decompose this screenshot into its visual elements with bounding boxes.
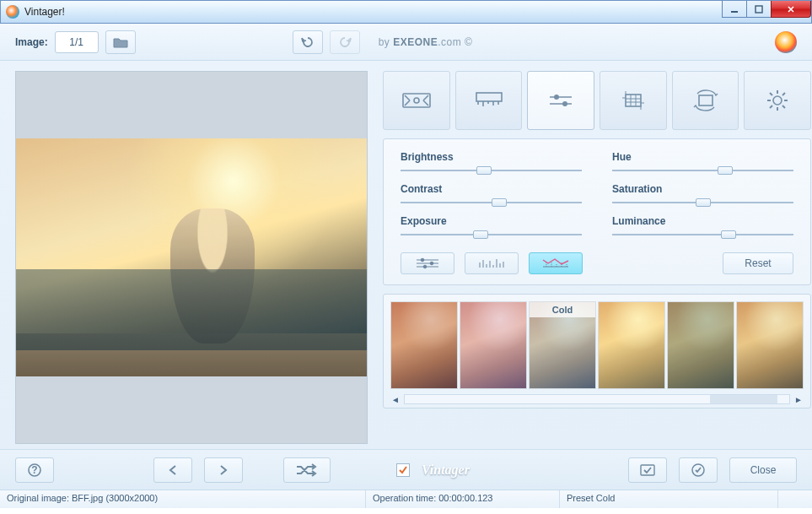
svg-rect-7 [626,95,641,106]
titlebar: Vintager! [0,0,812,24]
adjust-subrow: Reset [401,252,793,274]
watermark-checkbox[interactable] [396,463,410,477]
preset-label: Cold [530,302,595,317]
saturation-slider[interactable] [612,198,793,207]
slider-luminance: Luminance [612,215,793,239]
reset-button[interactable]: Reset [723,252,793,274]
toolbar: Image: 1/1 by EXEONE.com © [0,24,812,61]
preset-scrollbar[interactable]: ◄ ► [390,392,804,406]
status-preset: Preset Cold [560,490,778,508]
scroll-right-icon[interactable]: ► [793,395,804,404]
status-bar: Original image: BFF.jpg (3000x2000) Oper… [0,490,812,508]
tool-tabs [383,71,811,130]
tab-effects[interactable] [383,71,450,130]
mode-sliders-button[interactable] [401,252,454,274]
svg-point-6 [563,102,567,106]
minimize-button[interactable] [722,1,747,18]
image-preview [15,71,368,444]
preset-thumb[interactable] [736,301,804,389]
status-optime: Operation time: 00:00:00.123 [366,490,560,508]
undo-button[interactable] [293,30,323,54]
image-label: Image: [15,36,48,48]
tab-crop[interactable] [600,71,667,130]
svg-point-9 [773,96,782,105]
slider-contrast: Contrast [401,183,582,207]
adjust-panel: Brightness Hue Contrast Saturation Expos… [383,138,811,285]
apply-button[interactable] [628,457,667,483]
contrast-slider[interactable] [401,198,582,207]
next-button[interactable] [204,457,243,483]
preset-thumb[interactable] [598,301,665,389]
window-buttons [723,1,811,18]
credit: by EXEONE.com © [379,36,473,48]
tab-adjust[interactable] [527,71,594,130]
close-window-button[interactable] [771,1,811,18]
preset-strip: Cold ◄ ► [383,294,811,408]
status-original: Original image: BFF.jpg (3000x2000) [0,490,366,508]
svg-text:?: ? [31,464,37,476]
prev-button[interactable] [153,457,192,483]
svg-rect-8 [699,95,713,106]
close-button[interactable]: Close [729,457,797,483]
brand-logo-icon [775,31,797,53]
preview-image [16,138,367,376]
tab-rotate[interactable] [672,71,739,130]
watermark-label: Vintager [422,463,470,478]
hue-slider[interactable] [612,166,793,175]
slider-exposure: Exposure [401,215,582,239]
confirm-button[interactable] [679,457,718,483]
mode-levels-button[interactable] [529,252,583,274]
preset-thumb[interactable] [460,301,527,389]
svg-point-3 [414,98,419,103]
svg-point-5 [555,95,558,99]
help-button[interactable]: ? [15,457,54,483]
svg-rect-1 [756,6,762,13]
svg-point-11 [430,262,433,265]
slider-hue: Hue [612,151,793,175]
bottom-bar: ? Vintager Close [0,449,812,490]
window-title: Vintager! [24,6,65,18]
status-resize-grip[interactable] [778,490,812,508]
svg-point-10 [421,258,424,262]
tab-presets[interactable] [455,71,523,130]
app-icon [6,5,19,19]
maximize-button[interactable] [746,1,772,18]
preset-thumb[interactable] [667,301,734,389]
brightness-slider[interactable] [401,166,582,175]
svg-rect-0 [731,11,738,13]
svg-rect-15 [641,465,654,475]
svg-rect-4 [476,93,502,101]
preset-thumb[interactable]: Cold [529,301,596,389]
slider-brightness: Brightness [401,151,582,175]
main-area: Brightness Hue Contrast Saturation Expos… [0,61,812,449]
open-folder-button[interactable] [105,30,136,54]
preset-thumb[interactable] [390,301,458,389]
slider-saturation: Saturation [612,183,793,207]
scroll-left-icon[interactable]: ◄ [390,395,401,404]
luminance-slider[interactable] [612,230,793,239]
right-panel: Brightness Hue Contrast Saturation Expos… [383,71,811,444]
svg-rect-2 [403,94,430,107]
tab-settings[interactable] [744,71,811,130]
exposure-slider[interactable] [401,230,582,239]
svg-point-12 [423,265,427,268]
image-counter: 1/1 [55,31,99,53]
redo-button[interactable] [330,30,360,54]
shuffle-button[interactable] [283,457,331,483]
mode-histogram-button[interactable] [465,252,519,274]
